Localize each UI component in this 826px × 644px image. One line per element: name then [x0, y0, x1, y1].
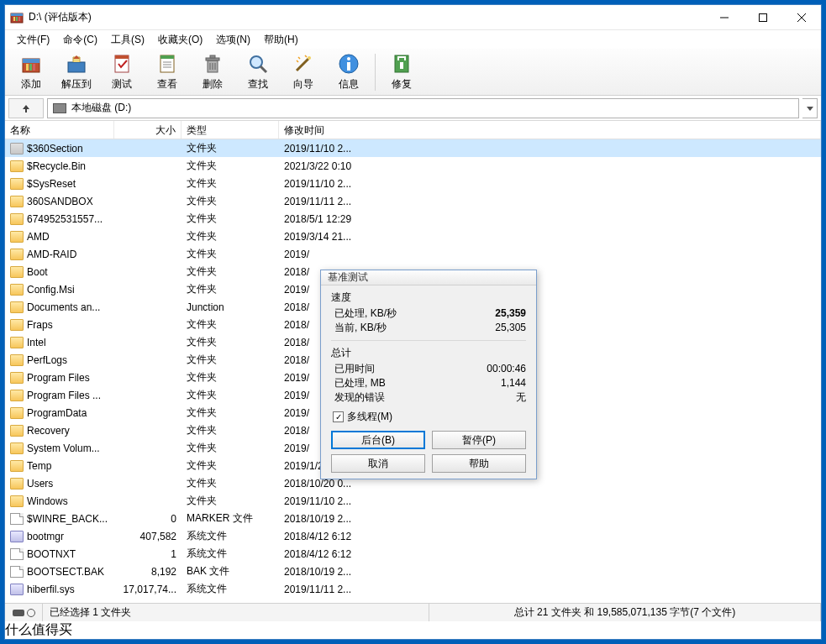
toolbar-view-button[interactable]: 查看	[145, 50, 190, 94]
svg-rect-11	[26, 64, 29, 71]
elapsed-value: 00:00:46	[487, 362, 526, 376]
list-item[interactable]: AMD文件夹2019/3/14 21...	[5, 228, 821, 245]
menu-4[interactable]: 选项(N)	[209, 31, 257, 49]
folder-icon	[10, 390, 24, 401]
folder-icon	[10, 160, 24, 172]
folder-icon	[10, 266, 24, 278]
menu-3[interactable]: 收藏夹(O)	[151, 31, 209, 49]
view-icon	[155, 52, 179, 76]
processed-kbs-value: 25,359	[495, 306, 526, 321]
folder-icon	[10, 178, 24, 190]
current-kbs-value: 25,305	[495, 321, 526, 335]
folder-icon	[10, 495, 24, 507]
folder-icon	[10, 407, 24, 419]
svg-rect-4	[18, 17, 20, 21]
dialog-title: 基准测试	[321, 270, 536, 285]
folder-icon	[10, 249, 24, 260]
pathbar: 本地磁盘 (D:)	[5, 96, 821, 121]
close-button[interactable]	[782, 5, 821, 29]
svg-rect-10	[23, 59, 39, 63]
sys-icon	[10, 531, 24, 542]
main-window: D:\ (评估版本) 文件(F)命令(C)工具(S)收藏夹(O)选项(N)帮助(…	[4, 4, 822, 640]
benchmark-dialog: 基准测试 速度 已处理, KB/秒25,359 当前, KB/秒25,305 总…	[320, 270, 537, 479]
info-icon	[337, 52, 360, 76]
path-combo[interactable]: 本地磁盘 (D:)	[47, 98, 799, 118]
multithread-checkbox[interactable]: ✓ 多线程(M)	[333, 410, 526, 424]
svg-rect-33	[347, 62, 350, 71]
list-item[interactable]: $SysReset文件夹2019/11/10 2...	[5, 175, 821, 192]
menu-1[interactable]: 命令(C)	[56, 31, 104, 49]
pause-button[interactable]: 暂停(P)	[432, 431, 526, 449]
list-item[interactable]: AMD-RAID文件夹2019/	[5, 245, 821, 263]
file-icon	[10, 566, 24, 578]
minimize-button[interactable]	[705, 5, 744, 29]
repair-icon	[390, 52, 413, 76]
processed-kbs-label: 已处理, KB/秒	[334, 306, 397, 321]
svg-rect-13	[33, 64, 35, 71]
folder-icon	[10, 301, 24, 313]
folder-icon	[10, 425, 24, 437]
drive-icon	[53, 103, 66, 113]
col-date[interactable]: 修改时间	[279, 121, 821, 139]
cancel-button[interactable]: 取消	[331, 454, 425, 473]
svg-rect-14	[68, 62, 85, 72]
menu-2[interactable]: 工具(S)	[104, 31, 151, 49]
elapsed-label: 已用时间	[334, 362, 375, 376]
list-item[interactable]: hiberfil.sys17,017,74...系统文件2019/11/11 2…	[5, 580, 821, 598]
folder-icon	[10, 372, 24, 384]
app-icon	[10, 11, 24, 24]
list-item[interactable]: $WINRE_BACK...0MARKER 文件2018/10/19 2...	[5, 510, 821, 527]
titlebar: D:\ (评估版本)	[5, 5, 821, 30]
menu-0[interactable]: 文件(F)	[10, 31, 56, 49]
col-type[interactable]: 类型	[182, 121, 279, 139]
list-item[interactable]: $Recycle.Bin文件夹2021/3/22 0:10	[5, 157, 821, 175]
list-item[interactable]: BOOTNXT1系统文件2018/4/12 6:12	[5, 545, 821, 563]
test-icon	[110, 52, 134, 76]
col-size[interactable]: 大小	[114, 121, 182, 139]
status-drive-icon	[5, 604, 43, 621]
background-button[interactable]: 后台(B)	[331, 431, 425, 449]
current-kbs-label: 当前, KB/秒	[334, 321, 387, 335]
folder-icon	[10, 354, 24, 366]
toolbar-repair-button[interactable]: 修复	[379, 50, 424, 94]
list-item[interactable]: BOOTSECT.BAK8,192BAK 文件2018/10/19 2...	[5, 563, 821, 580]
list-item[interactable]: 360SANDBOX文件夹2019/11/11 2...	[5, 192, 821, 210]
menubar: 文件(F)命令(C)工具(S)收藏夹(O)选项(N)帮助(H)	[5, 30, 821, 49]
list-item[interactable]: Windows文件夹2019/11/10 2...	[5, 492, 821, 510]
folder-icon	[10, 478, 24, 490]
up-button[interactable]	[8, 98, 44, 118]
toolbar-wizard-button[interactable]: 向导	[281, 50, 326, 94]
svg-rect-16	[115, 55, 129, 59]
file-icon	[10, 513, 24, 525]
toolbar-extract-button[interactable]: 解压到	[54, 50, 99, 94]
col-name[interactable]: 名称	[5, 121, 114, 139]
errors-value: 无	[516, 390, 526, 405]
processed-mb-label: 已处理, MB	[334, 376, 386, 390]
svg-rect-6	[760, 13, 767, 21]
folder-icon	[10, 231, 24, 243]
svg-rect-2	[13, 17, 15, 21]
svg-rect-12	[29, 64, 32, 71]
help-button[interactable]: 帮助	[432, 454, 526, 473]
path-text: 本地磁盘 (D:)	[71, 101, 131, 115]
list-item[interactable]: bootmgr407,582系统文件2018/4/12 6:12	[5, 527, 821, 545]
toolbar: 添加解压到测试查看删除查找向导信息修复	[5, 49, 821, 96]
maximize-button[interactable]	[744, 5, 782, 29]
path-dropdown-button[interactable]	[802, 98, 818, 118]
toolbar-add-button[interactable]: 添加	[8, 50, 54, 94]
errors-label: 发现的错误	[334, 390, 385, 405]
svg-rect-3	[16, 17, 18, 21]
toolbar-find-button[interactable]: 查找	[235, 50, 281, 94]
menu-5[interactable]: 帮助(H)	[257, 31, 305, 49]
folder-icon	[10, 337, 24, 348]
toolbar-test-button[interactable]: 测试	[99, 50, 145, 94]
list-item[interactable]: $360Section文件夹2019/11/10 2...	[5, 139, 821, 157]
list-item[interactable]: 674952531557...文件夹2018/5/1 12:29	[5, 210, 821, 228]
sys-icon	[10, 584, 24, 595]
statusbar: 已经选择 1 文件夹 总计 21 文件夹 和 19,585,071,135 字节…	[5, 603, 821, 621]
toolbar-delete-button[interactable]: 删除	[190, 50, 235, 94]
svg-rect-35	[400, 62, 403, 69]
folder-icon	[10, 460, 24, 472]
toolbar-info-button[interactable]: 信息	[326, 50, 371, 94]
processed-mb-value: 1,144	[501, 376, 526, 390]
